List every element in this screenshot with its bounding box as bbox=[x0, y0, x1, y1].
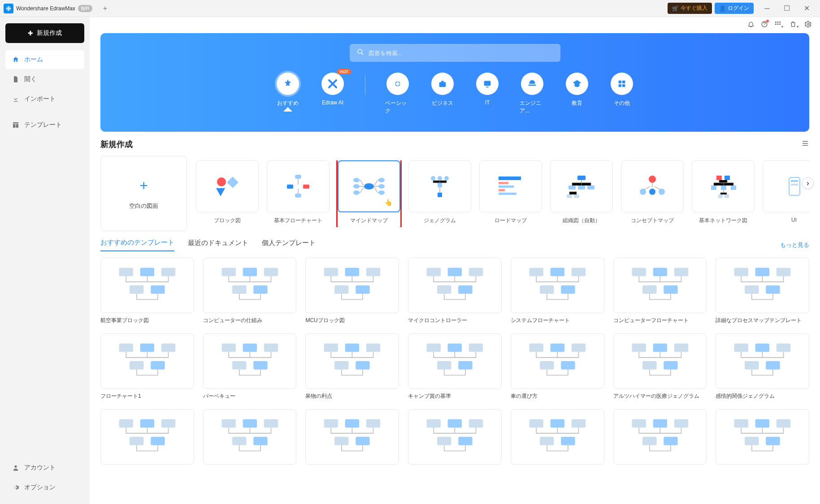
free-badge: 無料 bbox=[78, 5, 92, 12]
svg-point-24 bbox=[217, 177, 226, 186]
blank-diagram-card[interactable]: + 空白の図面 bbox=[100, 156, 187, 231]
grid-template-card[interactable]: キャンプ賞の基準 bbox=[408, 333, 502, 400]
template-thumb bbox=[550, 160, 613, 212]
category-other[interactable]: その他 bbox=[609, 73, 634, 107]
category-recommended[interactable]: おすすめ bbox=[275, 73, 300, 107]
category-edraw-ai[interactable]: HOT Edraw AI bbox=[320, 73, 345, 106]
tab-recent[interactable]: 最近のドキュメント bbox=[188, 239, 248, 251]
template-card[interactable]: 👆マインドマップ bbox=[338, 160, 400, 227]
grid-template-card[interactable]: 航空事業ブロック図 bbox=[100, 258, 194, 324]
grid-template-label: システムフローチャート bbox=[511, 317, 604, 324]
grid-template-card[interactable] bbox=[408, 409, 502, 465]
template-card[interactable]: UI bbox=[763, 160, 809, 227]
svg-rect-159 bbox=[550, 419, 564, 428]
category-engineer[interactable]: エンジニア... bbox=[520, 73, 545, 115]
minimize-button[interactable]: ─ bbox=[757, 2, 777, 15]
tab-personal[interactable]: 個人テンプレート bbox=[262, 239, 316, 251]
close-button[interactable]: ✕ bbox=[797, 2, 816, 15]
svg-rect-25 bbox=[227, 177, 238, 188]
category-education[interactable]: 教育 bbox=[564, 73, 590, 107]
grid-template-card[interactable]: コンピューターの仕組み bbox=[203, 258, 297, 324]
login-button[interactable]: 👤 ログイン bbox=[715, 3, 754, 14]
grid-template-card[interactable]: マイクロコントローラー bbox=[408, 258, 502, 324]
grid-template-card[interactable]: 果物の利点 bbox=[305, 333, 399, 400]
svg-rect-122 bbox=[458, 361, 472, 370]
grid-template-card[interactable]: アルツハイマーの医療ジェノグラム bbox=[613, 333, 707, 400]
category-it[interactable]: IT bbox=[475, 73, 500, 106]
see-all-link[interactable]: もっと見る bbox=[780, 241, 809, 249]
grid-thumb bbox=[305, 333, 399, 389]
grid-template-card[interactable]: 詳細なプロセスマップテンプレート bbox=[716, 258, 809, 324]
grid-thumb bbox=[408, 409, 502, 465]
svg-rect-53 bbox=[574, 194, 579, 198]
template-card[interactable]: コンセプトマップ bbox=[621, 160, 684, 227]
grid-thumb bbox=[203, 333, 297, 389]
svg-rect-19 bbox=[486, 86, 489, 87]
grid-template-card[interactable]: 車の選び方 bbox=[511, 333, 604, 400]
sidebar-item-account[interactable]: アカウント bbox=[5, 458, 84, 477]
grid-template-card[interactable]: バーベキュー bbox=[203, 333, 297, 400]
template-card[interactable]: 基本フローチャート bbox=[267, 160, 330, 227]
category-basic[interactable]: ベーシック bbox=[385, 73, 410, 115]
new-tab-button[interactable]: + bbox=[100, 3, 111, 14]
svg-rect-155 bbox=[469, 419, 483, 428]
svg-rect-113 bbox=[324, 344, 338, 352]
svg-rect-47 bbox=[499, 193, 516, 195]
sidebar-item-template[interactable]: テンプレート bbox=[5, 116, 84, 134]
maximize-button[interactable]: ☐ bbox=[777, 2, 797, 15]
settings-icon[interactable] bbox=[805, 21, 812, 30]
svg-rect-45 bbox=[499, 185, 514, 188]
grid-template-card[interactable] bbox=[305, 409, 399, 465]
template-card[interactable]: 基本ネットワーク図 bbox=[692, 160, 755, 227]
template-thumb bbox=[763, 160, 809, 212]
grid-template-card[interactable]: MCUブロック図 bbox=[305, 258, 399, 324]
svg-rect-167 bbox=[664, 437, 677, 445]
grid-template-card[interactable]: コンピューターフローチャート bbox=[613, 258, 707, 324]
apps-icon[interactable]: ▾ bbox=[774, 21, 783, 30]
svg-rect-101 bbox=[745, 285, 759, 294]
template-card[interactable]: ロードマップ bbox=[479, 160, 542, 227]
svg-rect-84 bbox=[448, 268, 462, 276]
search-box[interactable] bbox=[350, 44, 560, 62]
user-icon bbox=[12, 464, 20, 472]
grid-template-card[interactable] bbox=[613, 409, 707, 465]
svg-rect-116 bbox=[334, 361, 348, 370]
shop-icon[interactable]: ▾ bbox=[790, 21, 798, 30]
grid-template-card[interactable]: 感情的関係ジェノグラム bbox=[716, 333, 809, 400]
grid-template-label: 感情的関係ジェノグラム bbox=[716, 392, 809, 400]
svg-rect-161 bbox=[540, 437, 554, 445]
svg-rect-82 bbox=[356, 285, 370, 294]
help-icon[interactable] bbox=[761, 21, 768, 30]
buy-now-button[interactable]: 🛒 今すぐ購入 bbox=[668, 3, 712, 14]
grid-template-card[interactable] bbox=[511, 409, 604, 465]
svg-rect-143 bbox=[221, 419, 235, 428]
category-business[interactable]: ビジネス bbox=[430, 73, 455, 107]
template-card[interactable]: ブロック図 bbox=[196, 160, 259, 227]
sidebar-item-options[interactable]: オプション bbox=[5, 478, 84, 497]
svg-rect-50 bbox=[578, 185, 585, 190]
svg-rect-71 bbox=[130, 285, 143, 294]
grid-template-card[interactable] bbox=[716, 409, 809, 465]
template-card[interactable]: 組織図（自動） bbox=[550, 160, 613, 227]
sidebar-item-import[interactable]: インポート bbox=[5, 90, 84, 108]
sidebar-item-open[interactable]: 開く bbox=[5, 70, 84, 89]
svg-rect-130 bbox=[674, 344, 688, 352]
svg-rect-8 bbox=[779, 22, 781, 23]
template-card[interactable]: ジェノグラム bbox=[408, 160, 471, 227]
grid-template-card[interactable]: システムフローチャート bbox=[511, 258, 604, 324]
grid-template-card[interactable] bbox=[100, 409, 194, 465]
svg-rect-83 bbox=[427, 268, 441, 276]
svg-rect-158 bbox=[529, 419, 543, 428]
svg-rect-156 bbox=[437, 437, 451, 445]
sidebar-item-home[interactable]: ホーム bbox=[5, 50, 84, 69]
new-file-button[interactable]: ✚ 新規作成 bbox=[5, 23, 84, 43]
svg-rect-144 bbox=[243, 419, 256, 428]
svg-point-37 bbox=[378, 190, 385, 195]
scroll-next-button[interactable]: › bbox=[802, 177, 814, 189]
tab-recommended[interactable]: おすすめのテンプレート bbox=[100, 238, 174, 251]
grid-template-card[interactable] bbox=[203, 409, 297, 465]
search-input[interactable] bbox=[369, 50, 553, 56]
grid-template-card[interactable]: フローチャート1 bbox=[100, 333, 194, 400]
list-view-icon[interactable] bbox=[801, 139, 809, 149]
bell-icon[interactable] bbox=[747, 21, 755, 30]
